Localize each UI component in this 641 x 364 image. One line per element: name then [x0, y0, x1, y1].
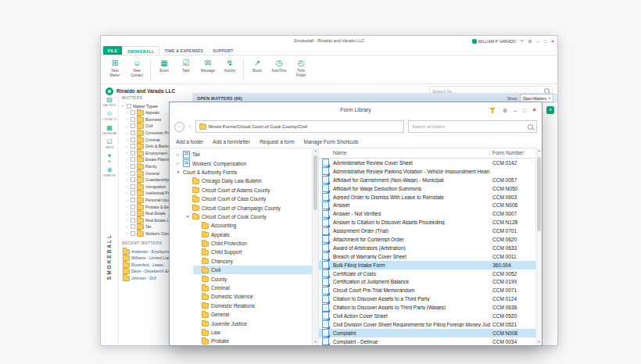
form-row[interactable]: Certificate of CostsCCM 0052 [319, 269, 536, 278]
expander-icon[interactable]: ▾ [176, 170, 181, 174]
maximize-button[interactable]: □ [544, 39, 547, 44]
form-row[interactable]: Attachment for Contempt OrderCCM 0620 [319, 235, 536, 244]
expander-icon[interactable]: ▷ [126, 171, 129, 175]
ribbon-tab-support[interactable]: SUPPORT [208, 46, 238, 55]
form-row[interactable]: Certification of Judgment BalanceCCM 019… [319, 277, 536, 286]
autotime-button[interactable]: ◷AutoTime [268, 57, 290, 82]
checkbox[interactable] [131, 110, 135, 115]
sidebar-item-tasks[interactable]: ☑TASKS [102, 138, 116, 149]
tree-item-appeals[interactable]: Appeals [170, 230, 318, 239]
expander-icon[interactable]: ▷ [126, 124, 129, 128]
dialog-close-button[interactable]: × [532, 107, 536, 113]
form-row[interactable]: Answer - Not VerifiedCCM 0007 [319, 209, 536, 218]
ribbon-tab-time-expenses[interactable]: TIME & EXPENSES [159, 46, 208, 55]
message-button[interactable]: ✉Message [197, 57, 219, 82]
form-row[interactable]: Award of Arbitrators (Arbitration)CCM 06… [319, 244, 536, 252]
tree-item-accounting[interactable]: Accounting [170, 221, 318, 230]
expander-icon[interactable]: ▷ [126, 158, 129, 162]
expander-icon[interactable]: ▷ [126, 225, 129, 229]
checkbox[interactable] [131, 157, 135, 162]
checkbox[interactable] [131, 184, 135, 189]
time-finder-button[interactable]: ◴Time Finder [290, 57, 312, 82]
ribbon-tab-file[interactable]: FILE [103, 46, 122, 55]
checkbox[interactable] [131, 164, 135, 169]
checkbox[interactable] [131, 177, 135, 182]
scroll-down-icon[interactable]: ▼ [313, 339, 318, 345]
checkbox[interactable] [131, 198, 135, 202]
expander-icon[interactable]: ▷ [126, 131, 129, 135]
filter-icon[interactable] [489, 107, 496, 114]
form-row[interactable]: Affidavit for Wage Deduction SummonsCCM … [319, 184, 536, 193]
user-menu[interactable]: WILLIAM P. VARADO [472, 39, 516, 44]
activity-button[interactable]: ↯Activity [219, 57, 241, 82]
scrollbar-thumb[interactable] [313, 155, 317, 210]
expander-icon[interactable]: ▷ [126, 205, 129, 209]
back-button[interactable]: ← [174, 122, 184, 132]
expander-icon[interactable]: ▾ [122, 104, 125, 108]
manage-form-shortcuts-link[interactable]: Manage Form Shortcuts [304, 139, 359, 145]
task-button[interactable]: ☑Task [175, 57, 197, 82]
form-row[interactable]: Circuit Court Pre-Trial MemorandumCCM 00… [319, 286, 536, 294]
add-a-form-letter-link[interactable]: Add a form/letter [213, 139, 250, 145]
boost-button[interactable]: ↗Boost [246, 57, 268, 82]
form-row[interactable]: Answer to Citation to Discover Assets Pr… [319, 218, 536, 227]
tree-item-domestic-violence[interactable]: Domestic Violence [170, 292, 318, 301]
checkbox[interactable] [131, 191, 135, 195]
tree-item-domestic-relations[interactable]: Domestic Relations [170, 302, 318, 310]
checkbox[interactable] [131, 130, 135, 135]
checkbox[interactable] [131, 205, 135, 209]
open-matters-tab[interactable]: OPEN MATTERS (66) [197, 96, 242, 101]
expander-icon[interactable]: ▷ [126, 111, 129, 115]
tree-item-criminal[interactable]: Criminal [170, 284, 318, 292]
tree-item-civil[interactable]: Civil [170, 266, 318, 274]
tree-item-chicago-daily-law-bulletin[interactable]: Chicago Daily Law Bulletin [170, 177, 318, 185]
form-row[interactable]: AnswerCCM N006 [319, 201, 536, 209]
gear-icon[interactable]: ⚙ [528, 39, 532, 44]
expander-icon[interactable]: ▷ [126, 198, 129, 202]
tree-item-county[interactable]: County [170, 274, 318, 283]
column-header-form-number[interactable]: Form Number [489, 150, 536, 155]
form-row[interactable]: Bulk Filing Intake Form360.004 [319, 261, 536, 269]
dialog-maximize-button[interactable]: □ [523, 108, 526, 113]
event-button[interactable]: ▦Event [153, 57, 175, 82]
checkbox[interactable] [131, 117, 135, 122]
form-row[interactable]: Breach of Warranty Cover SheetCCM 0011 [319, 252, 536, 261]
expander-icon[interactable]: ▷ [126, 218, 129, 222]
form-row[interactable]: Complaint - DetinueCCM 0034 [319, 337, 536, 345]
tree-item-circuit-court-of-cass-county[interactable]: Circuit Court of Cass County [170, 194, 318, 203]
tree-item-workers-compensation[interactable]: ▷Workers' Compensation [170, 159, 318, 167]
scroll-up-icon[interactable]: ▲ [313, 148, 318, 154]
expander-icon[interactable]: ▷ [126, 212, 129, 216]
quick-add-button[interactable]: + [546, 106, 554, 114]
form-row[interactable]: Administrative Review Parking Violation … [319, 167, 536, 176]
form-row[interactable]: Citation to Discover Assets to a Third P… [319, 294, 536, 303]
checkbox[interactable] [131, 171, 135, 176]
help-icon[interactable]: ? [521, 39, 523, 44]
expander-icon[interactable]: ▷ [126, 137, 129, 141]
expander-icon[interactable]: ▷ [126, 178, 129, 182]
tree-item-general[interactable]: General [170, 310, 318, 319]
tree-item-circuit-court-of-adams-county[interactable]: Circuit Court of Adams County [170, 186, 318, 194]
tree-item-chancery[interactable]: Chancery [170, 257, 318, 266]
expander-icon[interactable]: ▷ [126, 117, 129, 121]
expander-icon[interactable]: ▷ [176, 161, 181, 166]
form-row[interactable]: Civil Division Cover Sheet Requirements … [319, 320, 536, 329]
checkbox[interactable] [131, 144, 135, 148]
checkbox[interactable] [131, 224, 135, 229]
ribbon-tab-smokeball[interactable]: SMOKEBALL [122, 46, 159, 55]
minimize-button[interactable]: – [537, 39, 539, 44]
tree-item-circuit-court-of-champaign-county[interactable]: Circuit Court of Champaign County [170, 203, 318, 212]
sidebar-item-matters[interactable]: ▤MATTERS [102, 96, 116, 107]
form-row[interactable]: Civil Action Cover SheetCCM 0520 [319, 312, 536, 320]
expander-icon[interactable]: ▷ [126, 165, 129, 169]
sidebar-item-calendar[interactable]: ▦CALENDAR [102, 124, 116, 135]
expander-icon[interactable]: ▷ [176, 152, 181, 157]
dialog-gear-icon[interactable]: ⚙ [503, 108, 507, 113]
expander-icon[interactable]: ▷ [126, 184, 129, 188]
tree-scrollbar[interactable]: ▲ ▼ [312, 148, 318, 345]
request-a-form-link[interactable]: Request a form [260, 139, 294, 145]
tree-item-child-support[interactable]: Child Support [170, 248, 318, 256]
sidebar-item-ai[interactable]: ✦AI [102, 152, 116, 163]
tree-item-tax[interactable]: ▷Tax [170, 150, 318, 159]
form-row[interactable]: Citation to Discover Assets to Third Par… [319, 303, 536, 312]
